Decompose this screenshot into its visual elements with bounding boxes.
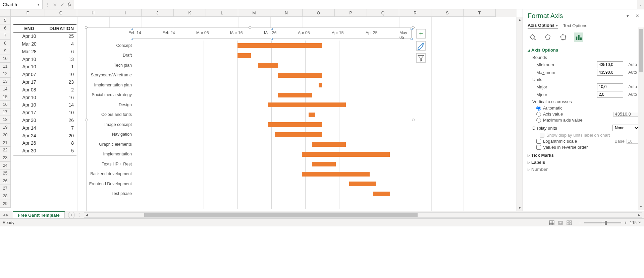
name-box-input[interactable] [3,2,36,7]
column-header-P[interactable]: P [335,9,367,17]
column-header-Q[interactable]: Q [367,9,399,17]
labels-section-header[interactable]: ▷ Labels [528,159,639,166]
scroll-up-button[interactable]: ▲ [517,17,523,23]
row-header-22[interactable]: 22 [0,147,11,154]
table-row[interactable]: Apr 1710 [13,109,76,117]
column-header-I[interactable]: I [109,9,142,17]
column-header-T[interactable]: T [464,9,496,17]
table-row[interactable]: Apr 101 [13,63,76,71]
row-header-9[interactable]: 9 [0,47,11,55]
radio-automatic[interactable] [536,106,541,111]
zoom-slider[interactable] [584,222,621,223]
tab-nav-next[interactable]: ▶ [6,213,9,217]
row-header-20[interactable]: 20 [0,131,11,139]
row-header-11[interactable]: 11 [0,63,11,70]
axis-options-icon[interactable] [574,32,583,42]
view-page-break-button[interactable] [565,220,574,226]
zoom-level[interactable]: 115 % [630,220,641,225]
gantt-bar[interactable] [312,142,346,147]
table-row[interactable]: Apr 082 [13,86,76,93]
sheet-tab-active[interactable]: Free Gantt Template [13,211,65,218]
column-header-G[interactable]: G [45,9,77,17]
scroll-down-button[interactable]: ▼ [517,205,523,211]
gantt-bar[interactable] [275,132,322,137]
formula-input[interactable] [74,0,637,9]
table-row[interactable]: Apr 3026 [13,117,76,124]
gantt-chart[interactable]: Feb 14Feb 24Mar 06Mar 16Mar 26Apr 05Apr … [86,27,413,211]
tab-axis-options[interactable]: Axis Options ▾ [528,23,558,28]
radio-max-axis-value[interactable] [536,118,541,123]
row-header-12[interactable]: 12 [0,70,11,78]
chart-filters-button[interactable] [416,53,426,63]
gantt-bar[interactable] [278,93,312,97]
cell-grid[interactable]: END DURATION Apr 1025Mar 204Mar 286Apr 1… [11,17,517,211]
table-row[interactable]: Mar 204 [13,40,76,48]
row-header-26[interactable]: 26 [0,177,11,185]
row-header-27[interactable]: 27 [0,185,11,193]
panel-options-dropdown[interactable]: ▾ [627,13,629,18]
tick-marks-section-header[interactable]: ▷ Tick Marks [528,152,639,159]
row-header-6[interactable]: 6 [0,24,11,32]
row-header-5[interactable]: 5 [0,17,11,24]
view-page-layout-button[interactable] [556,220,565,226]
zoom-out-button[interactable]: − [578,220,582,225]
gantt-bar[interactable] [309,113,315,117]
column-header-L[interactable]: L [206,9,238,17]
panel-scrollbar[interactable]: ▲ ▼ [638,27,644,210]
effects-icon[interactable] [543,32,552,42]
column-header-S[interactable]: S [431,9,464,17]
radio-axis-value[interactable] [536,112,541,117]
column-header-O[interactable]: O [303,9,335,17]
row-header-19[interactable]: 19 [0,124,11,131]
name-box-dropdown[interactable]: ▾ [36,2,41,7]
horizontal-scrollbar[interactable]: ◀ ▶ [84,212,642,218]
column-header-N[interactable]: N [270,9,303,17]
row-header-16[interactable]: 16 [0,101,11,109]
row-header-15[interactable]: 15 [0,93,11,101]
size-properties-icon[interactable] [558,32,568,42]
minimum-input[interactable] [597,61,623,68]
row-header-14[interactable]: 14 [0,85,11,93]
log-scale-checkbox[interactable] [536,139,541,144]
new-sheet-button[interactable]: + [68,212,75,218]
maximum-auto[interactable]: Auto [626,70,639,75]
table-row[interactable]: Apr 305 [13,147,76,155]
row-header-23[interactable]: 23 [0,154,11,162]
minor-auto[interactable]: Auto [626,92,639,97]
column-header-H[interactable]: H [77,9,109,17]
name-box[interactable]: ▾ [0,0,43,9]
chart-elements-button[interactable]: + [416,29,426,39]
minor-input[interactable] [597,91,623,98]
row-header-8[interactable]: 8 [0,40,11,47]
row-header-7[interactable]: 7 [0,32,11,40]
gantt-bar[interactable] [373,192,390,196]
gantt-bar[interactable] [268,102,346,107]
table-row[interactable]: Apr 1013 [13,55,76,63]
cancel-formula-button[interactable]: ✕ [53,2,57,7]
minimum-auto[interactable]: Auto [626,62,639,67]
confirm-formula-button[interactable]: ✓ [60,2,64,7]
reverse-order-checkbox[interactable] [536,145,541,150]
table-row[interactable]: Apr 147 [13,124,76,132]
gantt-bar[interactable] [268,122,322,127]
row-header-18[interactable]: 18 [0,116,11,124]
column-header-F[interactable]: F [11,9,45,17]
tab-nav-prev[interactable]: ◀ [3,213,5,217]
row-header-21[interactable]: 21 [0,139,11,147]
column-header-R[interactable]: R [399,9,431,17]
gantt-bar[interactable] [258,63,278,68]
row-header-10[interactable]: 10 [0,55,11,63]
table-row[interactable]: Apr 2420 [13,132,76,139]
gantt-bar[interactable] [237,53,251,58]
major-input[interactable] [597,83,623,90]
expand-formula-bar[interactable]: ⌄ [637,3,644,6]
panel-close-button[interactable]: ✕ [636,13,639,18]
zoom-in-button[interactable]: + [623,220,628,225]
tab-text-options[interactable]: Text Options [563,23,587,28]
maximum-input[interactable] [597,69,623,76]
vertical-scrollbar[interactable]: ▲ ▼ [517,17,523,211]
row-header-24[interactable]: 24 [0,162,11,169]
column-header-J[interactable]: J [142,9,174,17]
table-row[interactable]: Apr 268 [13,139,76,147]
table-row[interactable]: Apr 1723 [13,78,76,86]
